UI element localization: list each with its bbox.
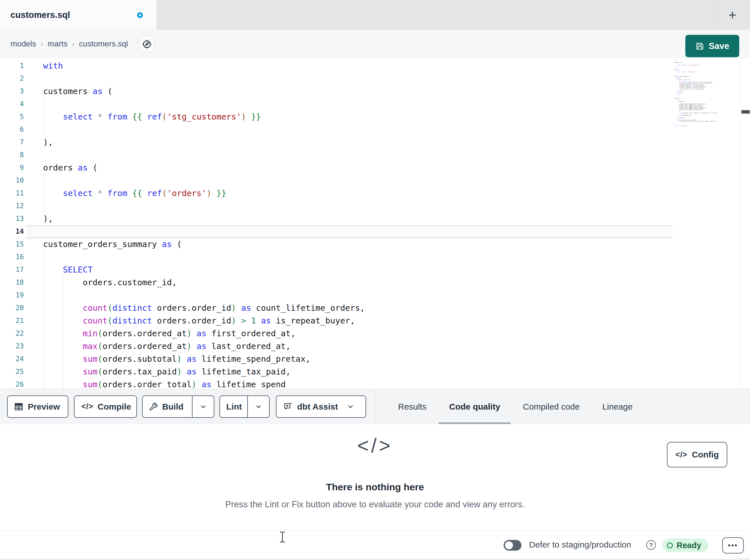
ready-status-icon: [667, 542, 673, 548]
empty-state-title: There is nothing here: [0, 481, 750, 493]
help-icon[interactable]: ?: [646, 540, 656, 550]
tab-lineage[interactable]: Lineage: [602, 389, 633, 424]
tab-title: customers.sql: [11, 10, 70, 20]
window-bottom-strip: [0, 559, 750, 560]
build-dropdown-button[interactable]: [193, 396, 214, 417]
chevron-down-icon: [255, 403, 262, 411]
lint-button[interactable]: Lint: [220, 396, 247, 417]
breadcrumb-bar: models › marts › customers.sql: [0, 30, 750, 58]
breadcrumb-item-marts[interactable]: marts: [47, 39, 67, 48]
code-icon: </>: [81, 402, 93, 411]
unsaved-changes-indicator: [137, 12, 143, 18]
chat-sparkle-icon: [283, 402, 293, 412]
status-badge-ready[interactable]: Ready: [663, 538, 708, 552]
editor-scrollbar[interactable]: [741, 58, 750, 389]
empty-state: </> There is nothing here Press the Lint…: [0, 424, 750, 530]
chevron-down-icon: [200, 403, 207, 411]
compile-button-label: Compile: [98, 402, 131, 412]
build-button-label: Build: [162, 402, 183, 412]
line-number-gutter: 1234567891011121314151617181920212223242…: [0, 60, 26, 389]
tab-results-label: Results: [398, 402, 427, 412]
defer-toggle[interactable]: [504, 540, 521, 551]
build-button[interactable]: Build: [143, 396, 192, 417]
breadcrumb-item-customers-sql[interactable]: customers.sql: [79, 39, 128, 48]
preview-button[interactable]: Preview: [7, 395, 68, 418]
defer-label: Defer to staging/production: [529, 531, 631, 559]
dbt-assist-button[interactable]: dbt Assist: [276, 395, 366, 418]
code-icon: </>: [675, 450, 687, 459]
dbt-ide-window: customers.sql + models › marts › custome…: [0, 0, 750, 560]
lint-split-button: Lint: [219, 395, 270, 418]
locate-in-file-tree-button[interactable]: [139, 36, 155, 53]
editor-tab-bar: customers.sql +: [0, 0, 750, 30]
minimap[interactable]: with customers as ( select * from {{ ref…: [674, 60, 718, 127]
build-split-button: Build: [142, 395, 214, 418]
floppy-disk-icon: [695, 42, 704, 51]
preview-button-label: Preview: [28, 402, 60, 412]
text-cursor-pointer: [279, 531, 286, 543]
dbt-assist-button-label: dbt Assist: [297, 402, 338, 412]
table-icon: [14, 402, 23, 412]
editor-scrollbar-thumb[interactable]: [742, 110, 750, 113]
tab-code-quality-label: Code quality: [449, 402, 500, 412]
config-button[interactable]: </> Config: [667, 442, 727, 468]
save-button[interactable]: Save: [685, 35, 739, 57]
toggle-knob: [505, 541, 513, 549]
code-icon: </>: [0, 434, 750, 457]
new-tab-button[interactable]: +: [715, 0, 750, 30]
tab-compiled-code[interactable]: Compiled code: [523, 389, 579, 424]
breadcrumb: models › marts › customers.sql: [11, 30, 128, 58]
overflow-menu-button[interactable]: •••: [722, 537, 744, 554]
tab-code-quality[interactable]: Code quality: [449, 389, 500, 424]
save-button-label: Save: [709, 41, 729, 51]
breadcrumb-separator: ›: [41, 40, 43, 48]
editor-toolbar: Preview </> Compile Build: [0, 389, 750, 424]
breadcrumb-item-models[interactable]: models: [11, 39, 36, 48]
code-content[interactable]: with customers as ( select * from {{ ref…: [43, 60, 404, 389]
tab-compiled-code-label: Compiled code: [523, 402, 579, 412]
config-button-label: Config: [692, 450, 719, 459]
ready-status-label: Ready: [676, 541, 701, 550]
wrench-icon: [149, 402, 158, 411]
lint-dropdown-button[interactable]: [248, 396, 269, 417]
empty-state-subtitle: Press the Lint or Fix button above to ev…: [0, 499, 750, 510]
status-bar: Defer to staging/production ? Ready •••: [0, 530, 750, 559]
breadcrumb-separator: ›: [72, 40, 75, 48]
code-editor[interactable]: 1234567891011121314151617181920212223242…: [0, 58, 750, 389]
tab-results[interactable]: Results: [398, 389, 427, 424]
compass-icon: [142, 39, 152, 49]
editor-tab-customers-sql[interactable]: customers.sql: [0, 0, 157, 30]
compile-button[interactable]: </> Compile: [74, 395, 137, 418]
result-panel: </> There is nothing here Press the Lint…: [0, 424, 750, 530]
tab-lineage-label: Lineage: [602, 402, 633, 412]
chevron-down-icon: [347, 403, 354, 411]
lint-button-label: Lint: [226, 402, 242, 412]
result-panel-tabs: Results Code quality Compiled code Linea…: [375, 389, 750, 424]
